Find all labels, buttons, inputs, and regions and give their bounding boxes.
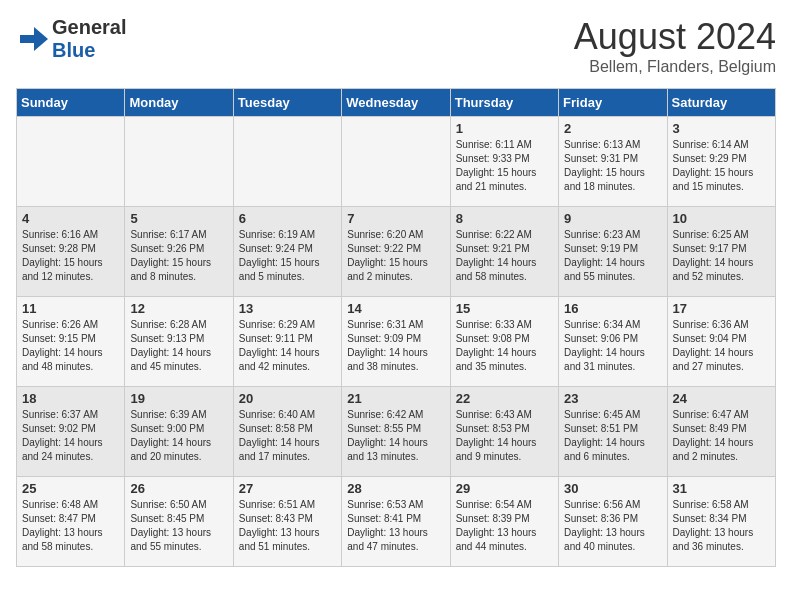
calendar-cell: 23Sunrise: 6:45 AM Sunset: 8:51 PM Dayli… xyxy=(559,387,667,477)
calendar-cell: 16Sunrise: 6:34 AM Sunset: 9:06 PM Dayli… xyxy=(559,297,667,387)
svg-marker-0 xyxy=(20,27,48,51)
weekday-header-row: SundayMondayTuesdayWednesdayThursdayFrid… xyxy=(17,89,776,117)
calendar-cell: 2Sunrise: 6:13 AM Sunset: 9:31 PM Daylig… xyxy=(559,117,667,207)
weekday-header-thursday: Thursday xyxy=(450,89,558,117)
day-info: Sunrise: 6:50 AM Sunset: 8:45 PM Dayligh… xyxy=(130,498,227,554)
calendar-cell: 12Sunrise: 6:28 AM Sunset: 9:13 PM Dayli… xyxy=(125,297,233,387)
day-info: Sunrise: 6:25 AM Sunset: 9:17 PM Dayligh… xyxy=(673,228,770,284)
day-info: Sunrise: 6:48 AM Sunset: 8:47 PM Dayligh… xyxy=(22,498,119,554)
day-info: Sunrise: 6:34 AM Sunset: 9:06 PM Dayligh… xyxy=(564,318,661,374)
calendar-cell: 20Sunrise: 6:40 AM Sunset: 8:58 PM Dayli… xyxy=(233,387,341,477)
day-info: Sunrise: 6:40 AM Sunset: 8:58 PM Dayligh… xyxy=(239,408,336,464)
day-number: 19 xyxy=(130,391,227,406)
day-info: Sunrise: 6:51 AM Sunset: 8:43 PM Dayligh… xyxy=(239,498,336,554)
day-info: Sunrise: 6:47 AM Sunset: 8:49 PM Dayligh… xyxy=(673,408,770,464)
day-info: Sunrise: 6:11 AM Sunset: 9:33 PM Dayligh… xyxy=(456,138,553,194)
day-info: Sunrise: 6:43 AM Sunset: 8:53 PM Dayligh… xyxy=(456,408,553,464)
day-info: Sunrise: 6:14 AM Sunset: 9:29 PM Dayligh… xyxy=(673,138,770,194)
calendar-week-5: 25Sunrise: 6:48 AM Sunset: 8:47 PM Dayli… xyxy=(17,477,776,567)
calendar-week-4: 18Sunrise: 6:37 AM Sunset: 9:02 PM Dayli… xyxy=(17,387,776,477)
day-number: 21 xyxy=(347,391,444,406)
calendar-subtitle: Bellem, Flanders, Belgium xyxy=(574,58,776,76)
day-number: 26 xyxy=(130,481,227,496)
day-number: 17 xyxy=(673,301,770,316)
calendar-cell: 28Sunrise: 6:53 AM Sunset: 8:41 PM Dayli… xyxy=(342,477,450,567)
day-number: 2 xyxy=(564,121,661,136)
day-number: 25 xyxy=(22,481,119,496)
calendar-cell: 10Sunrise: 6:25 AM Sunset: 9:17 PM Dayli… xyxy=(667,207,775,297)
calendar-cell: 7Sunrise: 6:20 AM Sunset: 9:22 PM Daylig… xyxy=(342,207,450,297)
calendar-cell: 19Sunrise: 6:39 AM Sunset: 9:00 PM Dayli… xyxy=(125,387,233,477)
day-info: Sunrise: 6:23 AM Sunset: 9:19 PM Dayligh… xyxy=(564,228,661,284)
day-info: Sunrise: 6:33 AM Sunset: 9:08 PM Dayligh… xyxy=(456,318,553,374)
day-info: Sunrise: 6:29 AM Sunset: 9:11 PM Dayligh… xyxy=(239,318,336,374)
calendar-cell: 30Sunrise: 6:56 AM Sunset: 8:36 PM Dayli… xyxy=(559,477,667,567)
calendar-cell: 18Sunrise: 6:37 AM Sunset: 9:02 PM Dayli… xyxy=(17,387,125,477)
calendar-header: SundayMondayTuesdayWednesdayThursdayFrid… xyxy=(17,89,776,117)
calendar-cell: 13Sunrise: 6:29 AM Sunset: 9:11 PM Dayli… xyxy=(233,297,341,387)
calendar-cell: 11Sunrise: 6:26 AM Sunset: 9:15 PM Dayli… xyxy=(17,297,125,387)
day-info: Sunrise: 6:36 AM Sunset: 9:04 PM Dayligh… xyxy=(673,318,770,374)
weekday-header-tuesday: Tuesday xyxy=(233,89,341,117)
weekday-header-wednesday: Wednesday xyxy=(342,89,450,117)
day-number: 11 xyxy=(22,301,119,316)
day-info: Sunrise: 6:39 AM Sunset: 9:00 PM Dayligh… xyxy=(130,408,227,464)
day-number: 10 xyxy=(673,211,770,226)
day-number: 7 xyxy=(347,211,444,226)
day-number: 3 xyxy=(673,121,770,136)
logo-general: General xyxy=(52,16,126,38)
weekday-header-saturday: Saturday xyxy=(667,89,775,117)
calendar-week-2: 4Sunrise: 6:16 AM Sunset: 9:28 PM Daylig… xyxy=(17,207,776,297)
calendar-cell: 26Sunrise: 6:50 AM Sunset: 8:45 PM Dayli… xyxy=(125,477,233,567)
day-number: 31 xyxy=(673,481,770,496)
calendar-title: August 2024 xyxy=(574,16,776,58)
day-number: 13 xyxy=(239,301,336,316)
day-info: Sunrise: 6:13 AM Sunset: 9:31 PM Dayligh… xyxy=(564,138,661,194)
weekday-header-sunday: Sunday xyxy=(17,89,125,117)
day-number: 22 xyxy=(456,391,553,406)
day-info: Sunrise: 6:28 AM Sunset: 9:13 PM Dayligh… xyxy=(130,318,227,374)
day-info: Sunrise: 6:20 AM Sunset: 9:22 PM Dayligh… xyxy=(347,228,444,284)
day-number: 30 xyxy=(564,481,661,496)
day-number: 1 xyxy=(456,121,553,136)
calendar-week-1: 1Sunrise: 6:11 AM Sunset: 9:33 PM Daylig… xyxy=(17,117,776,207)
day-number: 15 xyxy=(456,301,553,316)
logo: General Blue xyxy=(16,16,126,62)
day-info: Sunrise: 6:26 AM Sunset: 9:15 PM Dayligh… xyxy=(22,318,119,374)
day-number: 18 xyxy=(22,391,119,406)
calendar-cell: 31Sunrise: 6:58 AM Sunset: 8:34 PM Dayli… xyxy=(667,477,775,567)
calendar-cell: 15Sunrise: 6:33 AM Sunset: 9:08 PM Dayli… xyxy=(450,297,558,387)
calendar-body: 1Sunrise: 6:11 AM Sunset: 9:33 PM Daylig… xyxy=(17,117,776,567)
day-number: 8 xyxy=(456,211,553,226)
day-info: Sunrise: 6:16 AM Sunset: 9:28 PM Dayligh… xyxy=(22,228,119,284)
calendar-cell xyxy=(125,117,233,207)
day-number: 9 xyxy=(564,211,661,226)
day-number: 27 xyxy=(239,481,336,496)
day-info: Sunrise: 6:37 AM Sunset: 9:02 PM Dayligh… xyxy=(22,408,119,464)
day-info: Sunrise: 6:53 AM Sunset: 8:41 PM Dayligh… xyxy=(347,498,444,554)
day-number: 24 xyxy=(673,391,770,406)
calendar-cell: 8Sunrise: 6:22 AM Sunset: 9:21 PM Daylig… xyxy=(450,207,558,297)
calendar-cell: 21Sunrise: 6:42 AM Sunset: 8:55 PM Dayli… xyxy=(342,387,450,477)
day-number: 16 xyxy=(564,301,661,316)
day-info: Sunrise: 6:58 AM Sunset: 8:34 PM Dayligh… xyxy=(673,498,770,554)
calendar-table: SundayMondayTuesdayWednesdayThursdayFrid… xyxy=(16,88,776,567)
calendar-cell: 6Sunrise: 6:19 AM Sunset: 9:24 PM Daylig… xyxy=(233,207,341,297)
calendar-cell xyxy=(17,117,125,207)
calendar-cell: 24Sunrise: 6:47 AM Sunset: 8:49 PM Dayli… xyxy=(667,387,775,477)
day-number: 28 xyxy=(347,481,444,496)
day-number: 4 xyxy=(22,211,119,226)
day-number: 23 xyxy=(564,391,661,406)
calendar-cell: 3Sunrise: 6:14 AM Sunset: 9:29 PM Daylig… xyxy=(667,117,775,207)
calendar-cell xyxy=(233,117,341,207)
day-number: 29 xyxy=(456,481,553,496)
calendar-cell: 1Sunrise: 6:11 AM Sunset: 9:33 PM Daylig… xyxy=(450,117,558,207)
weekday-header-monday: Monday xyxy=(125,89,233,117)
logo-icon xyxy=(16,25,48,53)
calendar-cell: 14Sunrise: 6:31 AM Sunset: 9:09 PM Dayli… xyxy=(342,297,450,387)
day-info: Sunrise: 6:17 AM Sunset: 9:26 PM Dayligh… xyxy=(130,228,227,284)
day-number: 6 xyxy=(239,211,336,226)
day-number: 20 xyxy=(239,391,336,406)
logo-blue: Blue xyxy=(52,39,95,61)
calendar-cell: 22Sunrise: 6:43 AM Sunset: 8:53 PM Dayli… xyxy=(450,387,558,477)
